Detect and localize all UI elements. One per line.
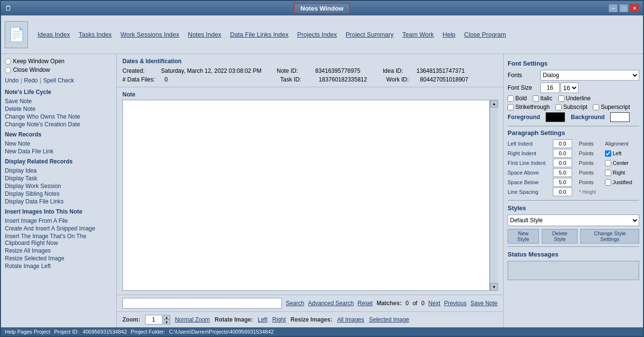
new-style-button[interactable]: New Style xyxy=(508,229,539,243)
next-link[interactable]: Next xyxy=(429,300,441,307)
close-window-option[interactable]: Close Window xyxy=(5,67,112,73)
zoom-down-button[interactable]: ▼ xyxy=(163,320,170,324)
italic-checkbox-label[interactable]: Italic xyxy=(533,95,552,102)
display-work-session-link[interactable]: Display Work Session xyxy=(5,182,112,190)
scroll-down-arrow[interactable]: ▼ xyxy=(490,283,498,291)
maximize-button[interactable]: □ xyxy=(619,4,629,13)
close-button[interactable]: ✕ xyxy=(630,4,639,13)
justified-align-text: Justified xyxy=(613,179,632,185)
menu-project-summary[interactable]: Project Summary xyxy=(342,29,398,40)
fonts-select[interactable]: Dialog xyxy=(540,70,639,81)
rotate-right-button[interactable]: Right xyxy=(272,316,286,323)
advanced-search-link[interactable]: Advanced Search xyxy=(308,300,354,307)
undo-button[interactable]: Undo xyxy=(5,77,19,84)
menu-ideas-index[interactable]: Ideas Index xyxy=(34,29,74,40)
first-line-input[interactable] xyxy=(553,159,572,167)
insert-clipboard-link[interactable]: Insert The Image That's On The Clipboard… xyxy=(5,232,112,247)
font-size-input[interactable] xyxy=(540,82,560,93)
save-note-search-link[interactable]: Save Note xyxy=(470,300,497,307)
redo-button[interactable]: Redo xyxy=(24,77,38,84)
style-select[interactable]: Default Style xyxy=(508,215,639,226)
note-editor[interactable] xyxy=(122,100,490,291)
create-insert-snipped-link[interactable]: Create And Insert A Snipped Image xyxy=(5,225,112,232)
line-spacing-input[interactable] xyxy=(553,188,572,196)
keep-window-radio[interactable] xyxy=(5,58,11,65)
main-content: Keep Window Open Close Window Undo | Red… xyxy=(1,54,643,327)
change-creation-date-link[interactable]: Change Note's Creation Date xyxy=(5,121,112,128)
bold-checkbox[interactable] xyxy=(508,95,514,102)
menu-tasks-index[interactable]: Tasks Index xyxy=(75,29,116,40)
menu-projects-index[interactable]: Projects Index xyxy=(294,29,341,40)
underline-checkbox[interactable] xyxy=(558,95,564,102)
display-sibling-notes-link[interactable]: Display Sibling Notes xyxy=(5,190,112,198)
scroll-up-arrow[interactable]: ▲ xyxy=(490,100,498,108)
space-below-input[interactable] xyxy=(553,178,572,187)
note-scrollbar-v[interactable]: ▲ ▼ xyxy=(490,100,497,291)
right-align-checkbox[interactable] xyxy=(605,170,611,176)
reset-link[interactable]: Reset xyxy=(358,300,373,307)
left-align-label[interactable]: Left xyxy=(605,150,639,157)
change-owner-link[interactable]: Change Who Owns The Note xyxy=(5,113,112,121)
display-idea-link[interactable]: Display Idea xyxy=(5,167,112,175)
display-data-file-links-link[interactable]: Display Data File Links xyxy=(5,198,112,205)
menu-notes-index[interactable]: Notes Index xyxy=(184,29,225,40)
font-size-select[interactable]: 16 xyxy=(561,82,578,93)
new-data-file-link[interactable]: New Data File Link xyxy=(5,148,112,155)
selected-image-button[interactable]: Selected Image xyxy=(369,316,409,323)
save-note-link[interactable]: Save Note xyxy=(5,97,112,105)
right-panel: Font Settings Fonts Dialog Font Size 16 xyxy=(503,54,643,327)
rotate-image-left-link[interactable]: Rotate Image Left xyxy=(5,262,112,270)
new-note-link[interactable]: New Note xyxy=(5,140,112,148)
fonts-label: Fonts xyxy=(508,72,537,79)
close-window-radio[interactable] xyxy=(5,67,11,73)
all-images-button[interactable]: All Images xyxy=(337,316,364,323)
normal-zoom-button[interactable]: Normal Zoom xyxy=(175,316,210,323)
note-editor-wrap: ▲ ▼ xyxy=(122,100,497,291)
left-align-text: Left xyxy=(613,150,621,156)
rotate-left-button[interactable]: Left xyxy=(258,316,268,323)
superscript-checkbox[interactable] xyxy=(593,104,599,110)
subscript-checkbox-label[interactable]: Subscript xyxy=(555,104,587,110)
center-align-checkbox[interactable] xyxy=(605,160,611,166)
insert-image-file-link[interactable]: Insert Image From A File xyxy=(5,217,112,225)
justified-align-label[interactable]: Justified xyxy=(605,179,639,186)
space-above-label: Space Above xyxy=(508,170,551,175)
search-link[interactable]: Search xyxy=(286,300,304,307)
center-align-label[interactable]: Center xyxy=(605,160,639,166)
menu-data-file-links-index[interactable]: Data File Links Index xyxy=(226,29,292,40)
superscript-checkbox-label[interactable]: Superscript xyxy=(593,104,630,110)
strikethrough-checkbox-label[interactable]: Strikethrough xyxy=(508,104,550,110)
delete-style-button[interactable]: Delete Style xyxy=(542,229,577,243)
minimize-button[interactable]: ─ xyxy=(608,4,618,13)
space-above-input[interactable] xyxy=(553,168,572,177)
title-bar-left: 🗒 xyxy=(5,4,12,12)
left-align-checkbox[interactable] xyxy=(605,150,611,157)
menu-close-program[interactable]: Close Program xyxy=(460,29,510,40)
previous-link[interactable]: Previous xyxy=(444,300,467,307)
resize-selected-image-link[interactable]: Resize Selected Image xyxy=(5,255,112,262)
keep-window-option[interactable]: Keep Window Open xyxy=(5,58,112,65)
italic-checkbox[interactable] xyxy=(533,95,539,102)
spell-check-button[interactable]: Spell Check xyxy=(43,77,74,84)
resize-all-images-link[interactable]: Resize All Images xyxy=(5,247,112,255)
display-task-link[interactable]: Display Task xyxy=(5,175,112,182)
change-style-button[interactable]: Change Style Settings xyxy=(580,229,639,243)
foreground-color-swatch[interactable] xyxy=(546,112,565,122)
zoom-up-button[interactable]: ▲ xyxy=(163,315,170,320)
right-indent-input[interactable] xyxy=(553,149,572,158)
background-color-swatch[interactable] xyxy=(610,112,630,122)
search-input[interactable] xyxy=(122,298,282,309)
left-indent-input[interactable] xyxy=(553,139,572,148)
subscript-checkbox[interactable] xyxy=(555,104,562,110)
right-align-label[interactable]: Right xyxy=(605,170,639,176)
bold-checkbox-label[interactable]: Bold xyxy=(508,95,527,102)
underline-checkbox-label[interactable]: Underline xyxy=(558,95,590,102)
menu-help[interactable]: Help xyxy=(439,29,459,40)
menu-work-sessions-index[interactable]: Work Sessions Index xyxy=(117,29,183,40)
delete-note-link[interactable]: Delete Note xyxy=(5,105,112,113)
justified-align-checkbox[interactable] xyxy=(605,179,611,186)
zoom-input[interactable] xyxy=(145,315,162,324)
strikethrough-checkbox[interactable] xyxy=(508,104,514,110)
menu-team-work[interactable]: Team Work xyxy=(399,29,438,40)
subscript-label: Subscript xyxy=(563,104,587,110)
